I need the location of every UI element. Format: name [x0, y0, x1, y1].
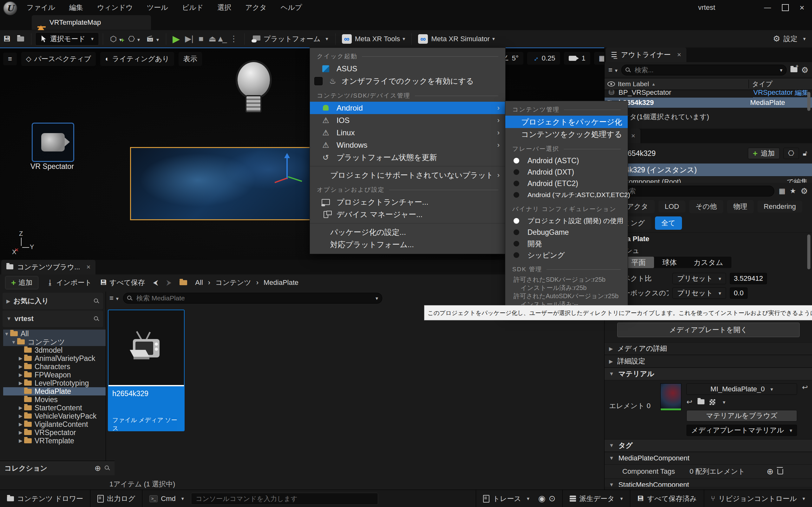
binary-shipping[interactable]: シッピング: [505, 249, 628, 261]
details-search-input[interactable]: [622, 187, 770, 195]
aspect-preset-dropdown[interactable]: プリセット▾: [672, 273, 726, 284]
asset-tile-h2654k329[interactable]: h2654k329 ファイル メディア ソース: [108, 309, 185, 431]
tree-item-3dmodel[interactable]: 3dmodel: [3, 346, 106, 354]
checker-pattern-icon[interactable]: [710, 399, 715, 405]
close-icon[interactable]: ×: [631, 132, 635, 140]
outliner-search-input[interactable]: [634, 66, 774, 74]
binary-development[interactable]: 開発: [505, 238, 628, 249]
outliner-scrollbar[interactable]: [807, 92, 810, 111]
reset-to-default-icon[interactable]: ↩: [802, 383, 808, 392]
menu-item-asus[interactable]: ASUS: [310, 62, 505, 75]
tree-item-all[interactable]: ▼All: [3, 330, 106, 338]
search-icon[interactable]: [94, 298, 99, 304]
binary-debuggame[interactable]: DebugGame: [505, 227, 628, 238]
flavor-etc2[interactable]: Android (ETC2): [505, 178, 628, 189]
outliner-search[interactable]: ▾: [621, 65, 786, 75]
plate-material-dropdown[interactable]: メディアプレートマテリアル▾: [687, 425, 797, 436]
aspect-value-field[interactable]: 3.529412: [730, 273, 767, 284]
insights-icon[interactable]: ◉: [538, 494, 546, 504]
binary-project-settings[interactable]: プロジェクト設定 (開発) の使用: [505, 215, 628, 227]
derived-data-dropdown[interactable]: 派生データ ▾: [563, 490, 629, 507]
menu-tools[interactable]: ツール: [140, 0, 175, 15]
menu-item-project-launcher[interactable]: プロジェクトランチャー...: [310, 196, 505, 208]
save-status-button[interactable]: 💾︎ すべて保存済み: [630, 490, 704, 507]
level-tab[interactable]: VRTemplateMap: [32, 15, 151, 30]
minimize-button[interactable]: —: [764, 3, 771, 12]
blueprint-convert-button[interactable]: ⎔: [783, 148, 799, 159]
chevron-down-icon[interactable]: ▾: [723, 399, 725, 405]
menu-item-device-manager[interactable]: デバイス マネージャー...: [310, 208, 505, 221]
filter-chip-lod[interactable]: LOD: [658, 201, 686, 213]
close-button[interactable]: ×: [800, 3, 804, 13]
content-drawer-button[interactable]: コンテンツ ドロワー: [0, 490, 90, 507]
show-dropdown[interactable]: 表示: [179, 52, 202, 66]
filter-chip-rendering[interactable]: Rendering: [757, 201, 803, 213]
letterbox-value-field[interactable]: 0.0: [730, 287, 748, 299]
trace-dropdown[interactable]: トレース ▾ ◉ ⊙: [476, 490, 562, 507]
menu-item-ios[interactable]: ⚠ IOS›: [310, 114, 505, 126]
tree-item-fpweapon[interactable]: ▶FPWeapon: [3, 371, 106, 379]
save-icon[interactable]: 💾︎: [0, 35, 14, 43]
menu-item-android[interactable]: Android›: [310, 102, 505, 114]
property-matrix-icon[interactable]: ▦: [779, 187, 785, 195]
tree-item-startercontent[interactable]: ▶StarterContent: [3, 404, 106, 412]
back-icon[interactable]: ⮜: [153, 279, 158, 287]
filter-icon[interactable]: ≡▾: [109, 294, 119, 302]
console-command-input[interactable]: [191, 493, 378, 505]
menu-item-unsupported-platforms[interactable]: プロジェクトにサポートされていないプラットフォーム›: [310, 169, 505, 181]
snapshot-icon[interactable]: ⊙: [549, 494, 556, 504]
trash-icon[interactable]: [777, 469, 783, 474]
menu-file[interactable]: ファイル: [20, 0, 62, 15]
instance-row[interactable]: h2654k329 (インスタンス): [605, 164, 812, 176]
use-selected-icon[interactable]: ↩: [687, 398, 692, 406]
play-options-icon[interactable]: ⋮: [227, 34, 241, 44]
gear-icon[interactable]: ⚙: [801, 186, 808, 196]
add-component-button[interactable]: +追加: [748, 148, 779, 159]
letterbox-preset-dropdown[interactable]: プリセット▾: [672, 287, 726, 299]
flavor-astc[interactable]: Android (ASTC): [505, 155, 628, 166]
menu-help[interactable]: ヘルプ: [274, 0, 309, 15]
tree-item-levelprototyping[interactable]: ▶LevelPrototyping: [3, 379, 106, 387]
browse-content-icon[interactable]: [14, 35, 27, 43]
menu-window[interactable]: ウィンドウ: [90, 0, 140, 15]
flavor-dxt[interactable]: Android (DXT): [505, 166, 628, 178]
tab-content-browser[interactable]: コンテンツブラウ... ×: [1, 260, 96, 274]
gizmo-z-axis[interactable]: [287, 157, 288, 179]
column-item-label[interactable]: Item Label: [618, 80, 649, 88]
output-log-button[interactable]: 出力ログ: [90, 490, 142, 507]
geometry-sphere-button[interactable]: 球体: [654, 257, 685, 268]
menu-item-windows[interactable]: ⚠ Windows›: [310, 139, 505, 151]
tree-item-characters[interactable]: ▶Characters: [3, 362, 106, 371]
blueprints-icon[interactable]: ⎔▾: [125, 35, 143, 43]
tree-item-mediaplate[interactable]: MediaPlate: [3, 387, 106, 395]
breadcrumb-content[interactable]: コンテンツ: [215, 278, 251, 287]
outliner-column-header[interactable]: Item Label ▲ タイプ: [605, 78, 812, 90]
flavor-multi[interactable]: Android (マルチ:ASTC,DXT,ETC2): [505, 189, 628, 201]
import-button[interactable]: ⭳インポート: [47, 278, 92, 287]
close-icon[interactable]: ×: [86, 263, 90, 271]
menu-build[interactable]: ビルド: [175, 0, 211, 15]
menu-select[interactable]: 選択: [210, 0, 238, 15]
vr-spectator-actor[interactable]: [32, 123, 74, 162]
details-search[interactable]: [609, 186, 774, 196]
breadcrumb-all[interactable]: All: [195, 279, 203, 287]
add-element-icon[interactable]: ⊕: [767, 467, 774, 476]
tree-item-animalvarietypack[interactable]: ▶AnimalVarietyPack: [3, 354, 106, 362]
add-asset-button[interactable]: +追加: [5, 276, 38, 289]
material-thumbnail[interactable]: [660, 383, 681, 411]
menu-actor[interactable]: アクタ: [238, 0, 274, 15]
camera-count-control[interactable]: 1: [564, 52, 590, 65]
meta-xr-simulator-dropdown[interactable]: ∞ Meta XR Simulator ▾: [415, 34, 497, 44]
submenu-item-package-project[interactable]: プロジェクトをパッケージ化: [505, 116, 628, 128]
column-type[interactable]: タイプ: [749, 79, 812, 89]
section-media-plate[interactable]: Media Plate: [605, 232, 812, 245]
add-folder-icon[interactable]: +: [791, 66, 798, 74]
cinematics-icon[interactable]: 🎬︎▾: [143, 35, 162, 43]
viewport-menu-icon[interactable]: ≡: [3, 53, 17, 65]
stop-button[interactable]: ■: [196, 34, 206, 44]
lighting-dropdown[interactable]: ◐ライティングあり: [100, 52, 174, 66]
browse-material-button[interactable]: マテリアルをブラウズ: [687, 410, 797, 421]
search-icon[interactable]: [94, 316, 99, 322]
root-component-row[interactable]: RootComponent (Root) で編集: [605, 176, 812, 183]
tree-item-movies[interactable]: Movies: [3, 395, 106, 404]
